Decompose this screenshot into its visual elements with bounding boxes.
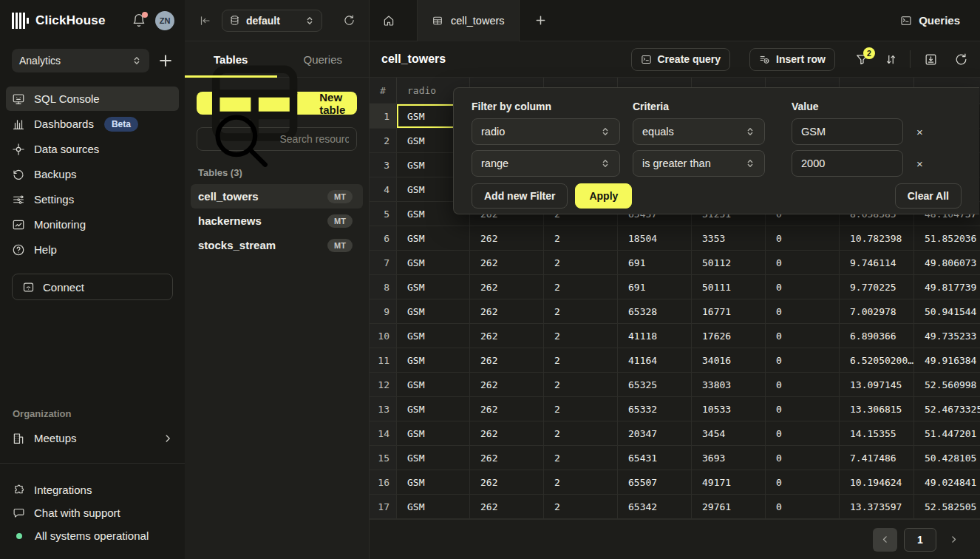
next-page-button[interactable] — [943, 528, 964, 552]
table-cell[interactable]: GSM — [397, 373, 470, 396]
row-number[interactable]: 1 — [370, 104, 397, 128]
new-tab-button[interactable] — [535, 15, 546, 26]
table-cell[interactable]: 2 — [544, 446, 618, 470]
table-cell[interactable]: 2 — [544, 397, 618, 421]
table-cell[interactable]: 52.582505 — [914, 495, 980, 518]
table-cell[interactable]: 262 — [470, 495, 544, 518]
table-cell[interactable]: 49171 — [692, 470, 766, 494]
table-cell[interactable]: 52.4673325 — [914, 397, 980, 421]
table-cell[interactable]: 2 — [544, 251, 618, 274]
add-service-button[interactable] — [158, 53, 173, 68]
table-cell[interactable]: 65507 — [618, 470, 692, 494]
table-cell[interactable]: 41164 — [618, 348, 692, 372]
table-cell[interactable]: GSM — [397, 324, 470, 348]
connect-button[interactable]: Connect — [12, 274, 173, 300]
table-cell[interactable]: 6.890366 — [840, 324, 914, 348]
table-cell[interactable]: 262 — [470, 275, 544, 299]
table-cell[interactable]: 691 — [618, 251, 692, 274]
table-cell[interactable]: 0 — [766, 299, 840, 323]
current-page-indicator[interactable]: 1 — [904, 528, 936, 552]
table-cell[interactable]: GSM — [397, 299, 470, 323]
home-icon[interactable] — [382, 14, 395, 27]
table-cell[interactable]: 14.15355 — [840, 421, 914, 445]
table-cell[interactable]: GSM — [397, 446, 470, 470]
table-cell[interactable]: 2 — [544, 299, 618, 323]
system-status[interactable]: All systems operational — [0, 524, 185, 547]
row-number[interactable]: 11 — [370, 348, 397, 372]
insert-row-button[interactable]: Insert row — [749, 48, 835, 71]
table-cell[interactable]: 33803 — [692, 373, 766, 396]
table-cell[interactable]: 7.002978 — [840, 299, 914, 323]
table-cell[interactable]: 262 — [470, 226, 544, 250]
table-cell[interactable]: 7.417486 — [840, 446, 914, 470]
table-cell[interactable]: 49.817739 — [914, 275, 980, 299]
remove-filter-icon[interactable]: × — [903, 118, 936, 145]
row-number[interactable]: 6 — [370, 226, 397, 250]
table-cell[interactable]: 9.746114 — [840, 251, 914, 274]
tab-cell-towers[interactable]: cell_towers — [417, 0, 520, 41]
table-cell[interactable]: 18504 — [618, 226, 692, 250]
table-cell[interactable]: 0 — [766, 446, 840, 470]
table-cell[interactable]: 20347 — [618, 421, 692, 445]
table-cell[interactable]: 3454 — [692, 421, 766, 445]
table-cell[interactable]: GSM — [397, 397, 470, 421]
table-cell[interactable]: 0 — [766, 251, 840, 274]
table-cell[interactable]: 13.097145 — [840, 373, 914, 396]
sort-icon[interactable] — [884, 52, 898, 67]
table-cell[interactable]: 6.52050200… — [840, 348, 914, 372]
table-cell[interactable]: 50.428105 — [914, 446, 980, 470]
row-number[interactable]: 4 — [370, 177, 397, 201]
table-cell[interactable]: 41118 — [618, 324, 692, 348]
table-cell[interactable]: 2 — [544, 495, 618, 518]
collapse-panel-icon[interactable] — [198, 14, 211, 27]
row-number[interactable]: 5 — [370, 202, 397, 226]
sidebar-item-monitoring[interactable]: Monitoring — [6, 212, 179, 237]
sidebar-item-backups[interactable]: Backups — [6, 162, 179, 186]
table-cell[interactable]: 262 — [470, 299, 544, 323]
table-cell[interactable]: 65332 — [618, 397, 692, 421]
table-cell[interactable]: 29761 — [692, 495, 766, 518]
apply-filters-button[interactable]: Apply — [575, 183, 632, 209]
table-cell[interactable]: 2 — [544, 226, 618, 250]
table-cell[interactable]: 65342 — [618, 495, 692, 518]
tab-queries[interactable]: Queries — [277, 41, 370, 77]
table-cell[interactable]: 0 — [766, 421, 840, 445]
sidebar-item-chat-support[interactable]: Chat with support — [0, 501, 185, 524]
sidebar-item-sql-console[interactable]: SQL Console — [6, 87, 179, 111]
table-cell[interactable]: 49.735233 — [914, 324, 980, 348]
table-cell[interactable]: 0 — [766, 495, 840, 518]
filter-value-input[interactable] — [801, 157, 894, 169]
table-cell[interactable]: 0 — [766, 275, 840, 299]
download-icon[interactable] — [924, 52, 938, 67]
sidebar-item-dashboards[interactable]: Dashboards Beta — [6, 112, 179, 136]
row-number[interactable]: 7 — [370, 251, 397, 274]
row-number[interactable]: 14 — [370, 421, 397, 445]
table-cell[interactable]: 49.024841 — [914, 470, 980, 494]
table-cell[interactable]: 34016 — [692, 348, 766, 372]
sidebar-item-help[interactable]: Help — [6, 237, 179, 262]
tab-tables[interactable]: Tables — [185, 41, 277, 77]
search-resources-input[interactable] — [280, 133, 350, 145]
filter-value-input[interactable] — [801, 126, 894, 138]
table-cell[interactable]: GSM — [397, 275, 470, 299]
clear-all-filters-button[interactable]: Clear All — [895, 183, 962, 209]
table-cell[interactable]: 51.852036 — [914, 226, 980, 250]
table-cell[interactable]: GSM — [397, 470, 470, 494]
row-number[interactable]: 2 — [370, 129, 397, 152]
table-cell[interactable]: 3353 — [692, 226, 766, 250]
table-cell[interactable]: 52.560998 — [914, 373, 980, 396]
row-number[interactable]: 17 — [370, 495, 397, 518]
table-cell[interactable]: 50.941544 — [914, 299, 980, 323]
table-cell[interactable]: 262 — [470, 470, 544, 494]
table-cell[interactable]: 2 — [544, 348, 618, 372]
sidebar-item-data-sources[interactable]: Data sources — [6, 137, 179, 161]
filter-criteria-select[interactable]: equals — [633, 118, 765, 145]
table-cell[interactable]: 2 — [544, 470, 618, 494]
table-cell[interactable]: 10.194624 — [840, 470, 914, 494]
table-list-item-hackernews[interactable]: hackernews MT — [191, 209, 363, 233]
table-cell[interactable]: 262 — [470, 348, 544, 372]
table-cell[interactable]: GSM — [397, 251, 470, 274]
table-cell[interactable]: 17626 — [692, 324, 766, 348]
table-cell[interactable]: 65325 — [618, 373, 692, 396]
table-cell[interactable]: 51.447201 — [914, 421, 980, 445]
